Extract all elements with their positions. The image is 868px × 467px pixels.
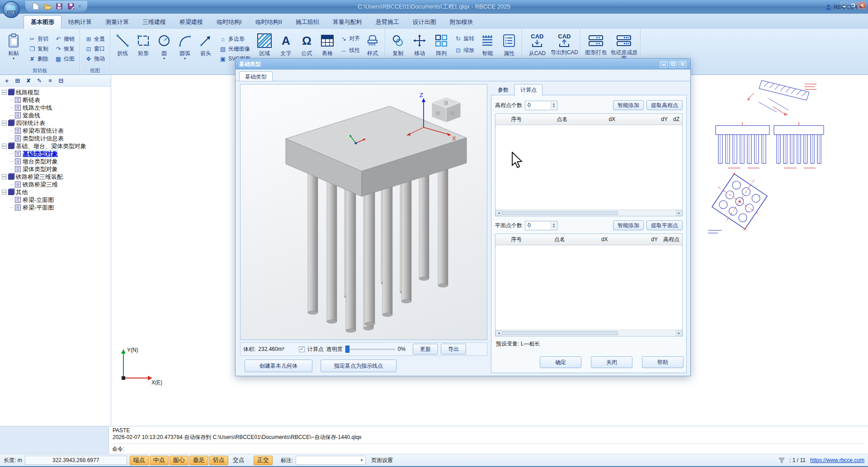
ribbon-tab[interactable]: 三维建模 [136, 16, 173, 29]
ribbon-tab[interactable]: 施工组织 [289, 16, 326, 29]
ribbon-tab[interactable]: 设计出图 [406, 16, 443, 29]
update-button[interactable]: 更新 [413, 344, 438, 355]
tree-item[interactable]: 铁路桥梁三维装配 [2, 173, 111, 181]
ribbon-tab[interactable]: 临时结构II [249, 16, 289, 29]
app-logo[interactable]: RB CCE [3, 1, 20, 18]
ribbon-small-button[interactable]: ↻ 旋转 [452, 34, 476, 43]
tree-expand-toggle[interactable] [10, 100, 14, 100]
ribbon-small-button[interactable]: ▦ 位图 [52, 55, 77, 63]
ribbon-small-button[interactable]: ⊡ 缩放 [452, 46, 476, 55]
3d-viewport[interactable]: 顶 前 右 Z X [240, 84, 487, 340]
tree-expand-toggle[interactable] [10, 161, 14, 162]
column-header[interactable]: 序号 [495, 236, 537, 243]
tree-item[interactable]: 四张统计表 [2, 119, 111, 127]
stepper-arrows-icon[interactable]: ▲▼ [551, 102, 557, 109]
elevation-count-stepper[interactable]: 0 ▲▼ [525, 101, 557, 110]
ribbon-tab[interactable]: 悬臂施工 [369, 16, 406, 29]
extract-elevation-button[interactable]: 提取高程点 [646, 100, 683, 110]
tree-item[interactable]: 桥梁-立面图 [10, 196, 111, 204]
ribbon-small-button[interactable]: ⊞ 全显 [83, 35, 107, 43]
smart-add-elevation-button[interactable]: 智能添加 [613, 100, 644, 110]
plan-count-stepper[interactable]: 0 ▲▼ [525, 221, 557, 230]
tree-item[interactable]: 其他 [2, 188, 111, 196]
ribbon-small-button[interactable]: ↘ 对齐 [338, 34, 362, 43]
ribbon-small-button[interactable]: ↷ 恢复 [52, 45, 77, 53]
tree-toolbar-button[interactable]: ⊟ [56, 76, 66, 85]
tree-expand-toggle[interactable] [10, 154, 14, 154]
ribbon-tab[interactable]: 附加模块 [443, 16, 480, 29]
snap-toggle-button[interactable]: 交点 [229, 456, 248, 465]
smart-add-plan-button[interactable]: 智能添加 [613, 220, 644, 230]
tree-item[interactable]: 线路模型 [2, 89, 111, 96]
column-header[interactable]: dX [582, 236, 627, 243]
table-body[interactable] [495, 245, 682, 330]
scroll-left-icon[interactable]: ◄ [495, 210, 502, 216]
stepper-arrows-icon[interactable]: ▲▼ [551, 222, 557, 229]
tree-item[interactable]: 竖曲线 [10, 112, 111, 119]
tree-item[interactable]: 线路左中线 [10, 104, 111, 112]
scroll-right-icon[interactable]: ► [676, 330, 682, 336]
quick-access-menu-icon[interactable]: ▿ [79, 4, 81, 9]
page-setup-button[interactable]: 页面设置 [368, 456, 396, 465]
scrollbar-thumb[interactable] [502, 331, 618, 335]
arrow-button[interactable]: 箭头 [195, 30, 216, 68]
column-header[interactable]: 点名 [537, 116, 587, 123]
ribbon-small-button[interactable]: ✂ 剪切 [26, 35, 51, 43]
column-header[interactable]: 高程点 [660, 236, 682, 243]
slider-handle[interactable] [345, 346, 349, 353]
ribbon-small-button[interactable]: ⌂ 多边形 [217, 35, 253, 43]
new-file-icon[interactable] [32, 2, 40, 10]
ribbon-tab[interactable]: 结构计算 [61, 16, 99, 29]
tree-expand-toggle[interactable] [10, 184, 14, 185]
tree-expand-toggle[interactable] [2, 90, 7, 95]
tree-expand-toggle[interactable] [10, 138, 14, 139]
ok-button[interactable]: 确定 [540, 356, 581, 368]
ribbon-small-button[interactable]: ❐ 复制 [26, 45, 51, 53]
dialog-titlebar[interactable]: 基础类型 [236, 59, 690, 70]
ribbon-tab[interactable]: 算量与配料 [326, 16, 369, 29]
snap-toggle-button[interactable]: 切点 [209, 456, 228, 465]
scrollbar-thumb[interactable] [502, 211, 618, 215]
scroll-right-icon[interactable]: ► [676, 210, 682, 216]
create-geometry-button[interactable]: 创建基本几何体 [245, 360, 312, 372]
save-icon[interactable] [55, 2, 63, 10]
tree-item[interactable]: 桥梁布置统计表 [10, 127, 111, 135]
tree-item[interactable]: 类型统计信息表 [10, 135, 111, 142]
paste-button[interactable]: 粘贴 ▾ [2, 30, 25, 68]
save-as-icon[interactable] [67, 2, 75, 10]
tree-item[interactable]: 铁路桥梁三维 [10, 181, 111, 188]
dialog-maximize-button[interactable] [669, 61, 677, 68]
dialog-close-button[interactable] [679, 61, 687, 68]
dialog-tab-foundation[interactable]: 基础类型 [239, 71, 273, 81]
snap-toggle-button[interactable]: 垂足 [189, 456, 208, 465]
column-header[interactable]: 点名 [537, 236, 582, 243]
extract-plan-button[interactable]: 提取平面点 [646, 220, 683, 230]
tree-expand-toggle[interactable] [2, 174, 7, 179]
panel-tab[interactable]: 参数 [492, 84, 514, 96]
annotation-style-select[interactable]: ▼ [296, 456, 366, 465]
tree-toolbar-button[interactable]: ✎ [34, 76, 44, 85]
tree-expand-toggle[interactable] [10, 169, 14, 169]
column-header[interactable]: dY [627, 236, 660, 243]
user-account-chip[interactable]: RBCCE4 ▾ [826, 4, 862, 10]
tree-expand-toggle[interactable] [10, 200, 14, 200]
ribbon-tab[interactable]: 测量计算 [99, 16, 136, 29]
tree-item[interactable]: 基础类型对象 [10, 150, 111, 158]
tree-toolbar-button[interactable]: ✘ [24, 76, 33, 85]
table-body[interactable] [495, 125, 682, 210]
polyline-button[interactable]: 折线 [112, 30, 133, 68]
tree-expand-toggle[interactable] [2, 190, 7, 195]
tree-expand-toggle[interactable] [10, 107, 14, 108]
tree-item[interactable]: 梁体类型对象 [10, 165, 111, 173]
ribbon-tab[interactable]: 基本图形 [24, 15, 61, 29]
tree-expand-toggle[interactable] [10, 207, 14, 208]
open-file-icon[interactable] [43, 2, 52, 10]
ribbon-small-button[interactable]: ✥ 拖动 [83, 55, 107, 63]
column-header[interactable]: dX [587, 116, 637, 122]
website-link[interactable]: https://www.rbcce.com [810, 457, 864, 463]
tree-expand-toggle[interactable] [2, 144, 7, 149]
ribbon-small-button[interactable]: ⊡ 窗口 [83, 45, 107, 53]
help-button[interactable]: 帮助 [642, 356, 684, 368]
ribbon-small-button[interactable]: ↔ 线性 [338, 46, 362, 55]
rectangle-button[interactable]: 矩形 [133, 30, 154, 68]
